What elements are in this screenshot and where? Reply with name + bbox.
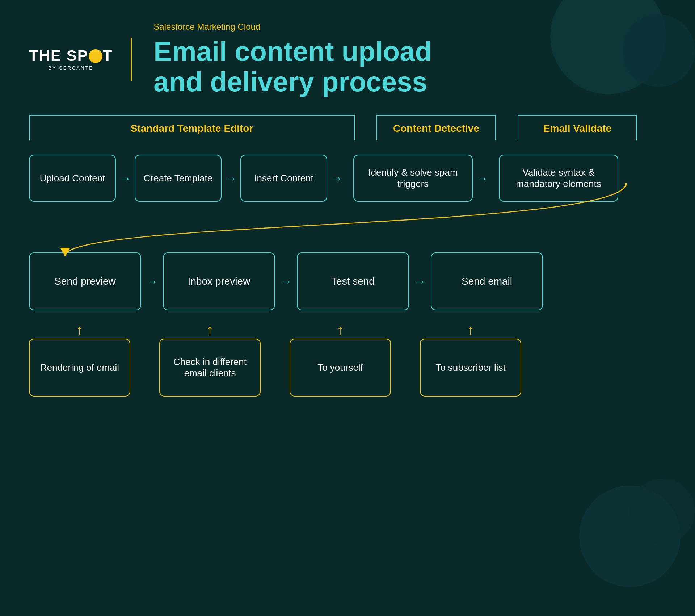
header-gap-2 [503, 115, 510, 140]
sub-col-rendering: ↑ Rendering of email [29, 321, 130, 397]
up-arrow-rendering: ↑ [76, 321, 83, 339]
up-arrow-subscriber: ↑ [467, 321, 474, 339]
node-send-email: Send email [431, 252, 543, 310]
curve-spacer [29, 216, 666, 252]
title-area: Salesforce Marketing Cloud Email content… [153, 22, 666, 97]
main-title-line1: Email content upload [153, 36, 432, 67]
node-to-subscriber: To subscriber list [420, 339, 521, 397]
bottom-nodes-row: Send preview → Inbox preview → Test send… [29, 252, 666, 310]
node-upload-content: Upload Content [29, 155, 116, 202]
header-divider [131, 38, 132, 81]
logo-by: by SERCANTE [48, 65, 93, 71]
arrow-2: → [222, 171, 240, 185]
node-insert-content: Insert Content [240, 155, 327, 202]
header-gap-1 [362, 115, 369, 140]
node-inbox-preview: Inbox preview [163, 252, 275, 310]
arrow-1: → [116, 171, 135, 185]
node-check-clients: Check in different email clients [159, 339, 261, 397]
section-header-standard: Standard Template Editor [29, 115, 355, 140]
bottom-arrow-3: → [409, 275, 431, 289]
node-send-preview: Send preview [29, 252, 141, 310]
sub-nodes-row: ↑ Rendering of email ↑ Check in differen… [29, 321, 666, 397]
up-arrow-yourself: ↑ [337, 321, 344, 339]
section-label-content-detective: Content Detective [393, 123, 479, 134]
bottom-arrow-1: → [141, 275, 163, 289]
arrow-4: → [473, 171, 492, 185]
logo-text: THE SPT [29, 48, 113, 64]
node-to-yourself: To yourself [290, 339, 391, 397]
sub-col-yourself: ↑ To yourself [290, 321, 391, 397]
node-identify-spam: Identify & solve spam triggers [353, 155, 473, 202]
main-title: Email content upload and delivery proces… [153, 36, 666, 97]
header: THE SPT by SERCANTE Salesforce Marketing… [0, 0, 695, 111]
logo-o [89, 49, 102, 63]
bg-decoration-4 [630, 478, 695, 544]
node-rendering: Rendering of email [29, 339, 130, 397]
section-header-content-detective: Content Detective [376, 115, 496, 140]
subtitle: Salesforce Marketing Cloud [153, 22, 666, 32]
logo: THE SPT by SERCANTE [29, 48, 113, 71]
up-arrow-check: ↑ [206, 321, 214, 339]
top-nodes-row: Upload Content → Create Template → Inser… [29, 140, 666, 216]
node-validate-syntax: Validate syntax & mandatory elements [499, 155, 618, 202]
main-title-line2: and delivery process [153, 66, 427, 97]
full-diagram: Standard Template Editor Content Detecti… [29, 115, 666, 397]
section-label-standard: Standard Template Editor [131, 123, 253, 134]
sub-col-subscriber: ↑ To subscriber list [420, 321, 521, 397]
section-headers-row: Standard Template Editor Content Detecti… [29, 115, 666, 140]
node-test-send: Test send [297, 252, 409, 310]
node-create-template: Create Template [135, 155, 222, 202]
section-header-email-validate: Email Validate [518, 115, 637, 140]
sub-col-check: ↑ Check in different email clients [159, 321, 261, 397]
section-label-email-validate: Email Validate [543, 123, 611, 134]
bottom-arrow-2: → [275, 275, 297, 289]
arrow-3: → [327, 171, 346, 185]
diagram-wrapper: Standard Template Editor Content Detecti… [0, 111, 695, 400]
